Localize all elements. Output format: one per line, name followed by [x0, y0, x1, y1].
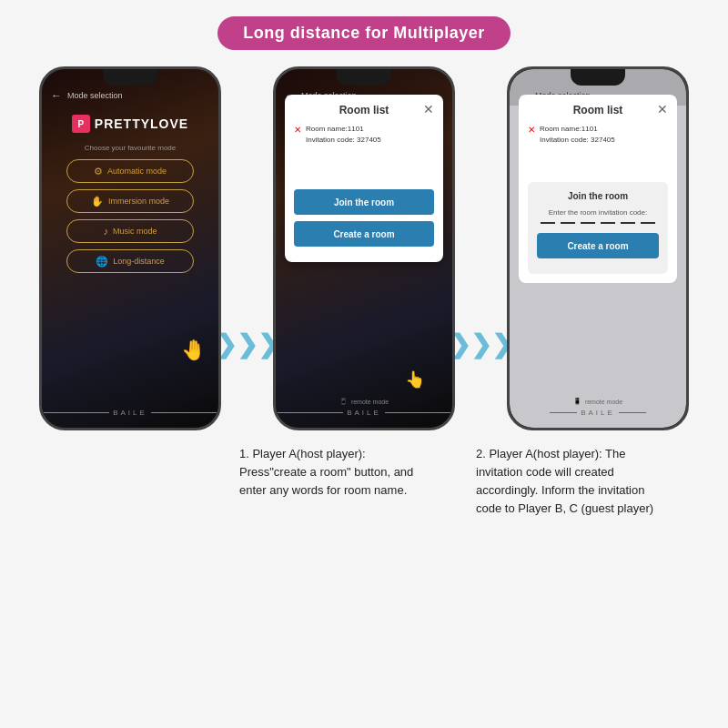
phone-2-footer: 📱 remote mode BAILE [276, 398, 452, 417]
page-title: Long distance for Multiplayer [217, 16, 511, 50]
phone-1: ← Mode selection P PRETTYLOVE Choose you… [39, 66, 221, 430]
description-2: 2. Player A(host player): The invitation… [469, 445, 678, 519]
arrow-2: ❯ ❯ ❯ [450, 332, 512, 358]
description-1: 1. Player A(host player): Press"create a… [232, 445, 441, 519]
brand-logo: P PRETTYLOVE [72, 115, 188, 133]
code-input-dashes [537, 222, 659, 224]
dash-5 [621, 222, 635, 224]
tap-hand-icon: 🤚 [181, 339, 206, 362]
room-x-icon-3: ✕ [528, 125, 535, 135]
mode-btn-automatic[interactable]: ⚙ Automatic mode [66, 159, 194, 183]
brand-icon: P [72, 115, 90, 133]
dialog3-title-row: Room list ✕ [528, 104, 668, 116]
music-icon: ♪ [103, 226, 108, 237]
join-room-label: Join the room [537, 191, 659, 201]
phone-2-screen: ← Mode selection Room list ✕ ✕ Room name… [276, 69, 452, 428]
immersion-icon: ✋ [91, 196, 104, 207]
dash-2 [561, 222, 575, 224]
phone-1-notch [103, 69, 157, 86]
mode-label-immersion: Immersion mode [108, 197, 169, 206]
enter-code-label: Enter the room invitation code: [537, 208, 659, 217]
chevron-right-2: ❯ [237, 332, 258, 358]
dash-6 [641, 222, 655, 224]
phone-2: ← Mode selection Room list ✕ ✕ Room name… [273, 66, 455, 430]
dialog3-close-icon[interactable]: ✕ [657, 102, 668, 116]
automatic-icon: ⚙ [94, 166, 103, 177]
room-list-dialog: Room list ✕ ✕ Room name:1101 Invitation … [285, 95, 443, 262]
room-name: Room name:1101 [306, 124, 381, 135]
invite-code-section: Join the room Enter the room invitation … [528, 182, 668, 274]
remote-icon: 📱 [339, 398, 348, 405]
create-room-button[interactable]: Create a room [294, 221, 434, 247]
dash-4 [601, 222, 615, 224]
phone-1-screen: ← Mode selection P PRETTYLOVE Choose you… [42, 69, 218, 428]
join-room-button[interactable]: Join the room [294, 189, 434, 215]
mode-label-automatic: Automatic mode [107, 167, 167, 176]
remote-label: remote mode [351, 399, 389, 405]
phone-1-screen-title: Mode selection [67, 91, 123, 100]
invitation-code-3: Invitation code: 327405 [540, 135, 615, 146]
room-name-3: Room name:1101 [540, 124, 615, 135]
remote-icon-3: 📱 [573, 398, 581, 405]
room-info: Room name:1101 Invitation code: 327405 [306, 124, 381, 146]
mode-label-music: Music mode [113, 227, 157, 236]
room-list-dialog-3: Room list ✕ ✕ Room name:1101 Invitation … [519, 95, 677, 283]
chevron-right-5: ❯ [470, 332, 491, 358]
phones-row: ← Mode selection P PRETTYLOVE Choose you… [39, 66, 689, 430]
descriptions-row: 1. Player A(host player): Press"create a… [18, 445, 710, 519]
remote-label-3: remote mode [585, 399, 622, 405]
invitation-code: Invitation code: 327405 [306, 135, 381, 146]
phone-2-notch [337, 69, 391, 86]
room-item-3: ✕ Room name:1101 Invitation code: 327405 [528, 124, 668, 146]
dialog-title: Room list [339, 104, 389, 116]
dash-3 [581, 222, 595, 224]
phone-3-notch [571, 69, 625, 86]
dialog3-title: Room list [573, 104, 623, 116]
room-item: ✕ Room name:1101 Invitation code: 327405 [294, 124, 434, 146]
room-x-icon: ✕ [294, 125, 301, 135]
tap-hand-2-icon: 👆 [405, 369, 425, 389]
dash-1 [541, 222, 555, 224]
phone-1-footer: BAILE [42, 409, 218, 417]
brand-name: PRETTYLOVE [95, 116, 188, 131]
mode-btn-music[interactable]: ♪ Music mode [66, 219, 194, 243]
phone-3-screen: ← Mode selection Room list ✕ ✕ Room name… [510, 69, 686, 428]
mode-btn-immersion[interactable]: ✋ Immersion mode [66, 189, 194, 213]
dialog-close-icon[interactable]: ✕ [423, 102, 434, 116]
longdistance-icon: 🌐 [96, 256, 108, 268]
room-info-3: Room name:1101 Invitation code: 327405 [540, 124, 615, 146]
phone-3: ← Mode selection Room list ✕ ✕ Room name… [507, 66, 689, 430]
phone-3-footer: 📱 remote mode BAILE [510, 398, 686, 417]
mode-btn-longdistance[interactable]: 🌐 Long-distance [66, 249, 194, 273]
choose-mode-label: Choose your favourite mode [85, 144, 177, 152]
arrow-1: ❯ ❯ ❯ [216, 332, 278, 358]
back-arrow-icon[interactable]: ← [51, 89, 62, 102]
dialog-title-row: Room list ✕ [294, 104, 434, 116]
create-room-button-3[interactable]: Create a room [537, 233, 659, 258]
mode-label-longdistance: Long-distance [113, 257, 165, 266]
